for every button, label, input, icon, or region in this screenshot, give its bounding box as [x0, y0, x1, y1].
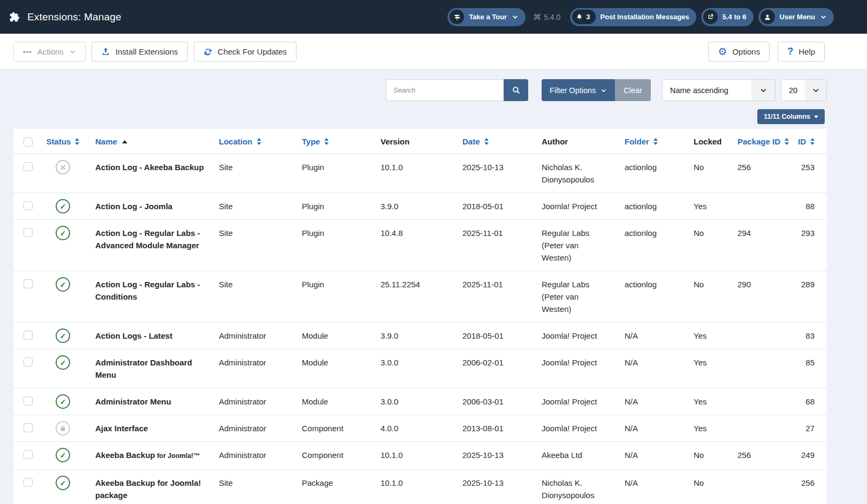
- cell-version: 4.0.0: [368, 415, 450, 441]
- refresh-sync-icon: [203, 47, 212, 56]
- status-enabled-icon[interactable]: ✓: [56, 226, 70, 240]
- cell-package-id: 290: [725, 271, 793, 322]
- cell-version: 3.9.0: [368, 193, 450, 219]
- extension-name: Akeeba Backup: [95, 450, 155, 460]
- upload-icon: [101, 47, 110, 56]
- cell-date: 2025-10-13: [450, 442, 529, 469]
- sort-both-icon: [75, 138, 79, 145]
- extension-name: Action Log - Joomla: [95, 202, 172, 211]
- row-checkbox[interactable]: [24, 279, 33, 288]
- cell-type: Module: [290, 388, 368, 415]
- check-icon: ✓: [60, 332, 66, 340]
- cell-date: 2013-08-01: [450, 415, 529, 441]
- filter-bar: Filter Options Clear Name ascending 20: [13, 79, 827, 101]
- column-header-folder[interactable]: Folder: [612, 129, 681, 154]
- cell-location: Administrator: [207, 388, 290, 415]
- joomla-logo-icon: ⌘: [533, 12, 541, 22]
- check-icon: ✓: [60, 452, 66, 459]
- cell-author: Joomla! Project: [529, 415, 612, 441]
- row-checkbox[interactable]: [24, 201, 33, 210]
- status-enabled-icon[interactable]: ✓: [56, 476, 70, 490]
- checkbox-cell: [13, 154, 43, 193]
- checkbox-cell: [13, 323, 43, 349]
- cell-author: Joomla! Project: [529, 193, 612, 219]
- sort-order-select[interactable]: Name ascending: [662, 79, 775, 101]
- column-header-package-id[interactable]: Package ID: [725, 129, 793, 154]
- help-button[interactable]: ? Help: [778, 42, 825, 62]
- column-label: Folder: [625, 136, 649, 147]
- top-bar: Extensions: Manage Take a Tour ⌘ 5.4.0 3…: [0, 0, 867, 34]
- column-label: Date: [462, 136, 480, 147]
- check-icon: ✓: [60, 230, 66, 237]
- take-a-tour-button[interactable]: Take a Tour: [447, 8, 526, 26]
- cell-type: Plugin: [290, 271, 368, 322]
- filter-options-button[interactable]: Filter Options: [542, 79, 615, 101]
- cell-locked: No: [681, 154, 725, 193]
- column-header-status[interactable]: Status: [43, 129, 83, 154]
- column-header-date[interactable]: Date: [450, 129, 529, 154]
- cell-folder: actionlog: [612, 271, 681, 322]
- select-all-checkbox[interactable]: [24, 138, 33, 147]
- cell-date: 2025-10-13: [450, 470, 529, 504]
- cell-name: Action Log - Akeeba Backup: [83, 154, 207, 193]
- status-disabled-icon[interactable]: ✕: [56, 160, 70, 174]
- cell-folder: N/A: [612, 470, 681, 504]
- extension-name: Administrator Dashboard Menu: [95, 358, 192, 379]
- list-limit-select[interactable]: 20: [781, 79, 827, 101]
- search-button[interactable]: [504, 79, 528, 101]
- cell-folder: N/A: [612, 349, 681, 388]
- cell-package-id: [725, 193, 793, 219]
- chevron-down-icon: [751, 80, 775, 101]
- cell-type: Plugin: [290, 220, 368, 271]
- brand: Extensions: Manage: [9, 11, 121, 23]
- row-checkbox[interactable]: [24, 331, 33, 340]
- messages-count-badge: 3: [586, 13, 590, 21]
- status-enabled-icon[interactable]: ✓: [56, 329, 70, 343]
- table-row: ✓Administrator MenuAdministratorModule3.…: [13, 388, 827, 415]
- install-extensions-button[interactable]: Install Extensions: [92, 42, 188, 62]
- check-for-updates-button[interactable]: Check For Updates: [194, 42, 296, 62]
- checkbox-cell: [13, 442, 43, 469]
- status-enabled-icon[interactable]: ✓: [56, 448, 70, 462]
- chevron-down-icon: [820, 13, 827, 20]
- row-checkbox[interactable]: [24, 423, 33, 432]
- cell-type: Component: [290, 442, 368, 469]
- cell-date: 2006-02-01: [450, 349, 529, 388]
- lock-icon: [59, 425, 66, 432]
- row-checkbox[interactable]: [24, 228, 33, 237]
- columns-toggle-button[interactable]: 11/11 Columns: [757, 109, 825, 124]
- tour-signpost-icon: [450, 10, 464, 24]
- puzzle-extensions-icon: [9, 11, 20, 23]
- user-menu-button[interactable]: User Menu: [758, 8, 834, 26]
- row-checkbox[interactable]: [24, 357, 33, 366]
- checkbox-cell: [13, 193, 43, 219]
- column-header-location[interactable]: Location: [207, 129, 290, 154]
- sort-both-icon: [257, 138, 261, 145]
- search-input[interactable]: [386, 79, 504, 101]
- sort-both-icon: [484, 138, 489, 145]
- status-enabled-icon[interactable]: ✓: [56, 394, 70, 409]
- actions-dropdown-button[interactable]: ••• Actions: [13, 42, 86, 62]
- column-header-name[interactable]: Name: [83, 129, 207, 154]
- upgrade-5-4-to-6-button[interactable]: 5.4 to 6: [701, 8, 754, 26]
- table-row: Ajax InterfaceAdministratorComponent4.0.…: [13, 415, 827, 442]
- row-checkbox[interactable]: [24, 396, 33, 406]
- status-cell: ✓: [43, 271, 83, 322]
- row-checkbox[interactable]: [24, 450, 33, 459]
- status-enabled-icon[interactable]: ✓: [56, 277, 70, 292]
- status-enabled-icon[interactable]: ✓: [56, 355, 70, 370]
- status-protected-icon: [56, 421, 70, 436]
- row-checkbox[interactable]: [24, 478, 33, 487]
- post-installation-messages-button[interactable]: 3 Post Installation Messages: [570, 8, 696, 26]
- cell-author: Nicholas K. Dionysopoulos: [529, 470, 612, 504]
- cell-date: 2025-11-01: [450, 271, 529, 322]
- row-checkbox[interactable]: [24, 162, 33, 171]
- column-header-type[interactable]: Type: [290, 129, 368, 154]
- gear-icon: ⚙: [718, 47, 727, 57]
- clear-button[interactable]: Clear: [615, 79, 651, 101]
- status-enabled-icon[interactable]: ✓: [56, 199, 70, 213]
- check-icon: ✓: [60, 398, 66, 406]
- column-header-id[interactable]: ID: [793, 129, 827, 154]
- options-button[interactable]: ⚙ Options: [708, 42, 770, 62]
- cell-type: Component: [290, 415, 368, 441]
